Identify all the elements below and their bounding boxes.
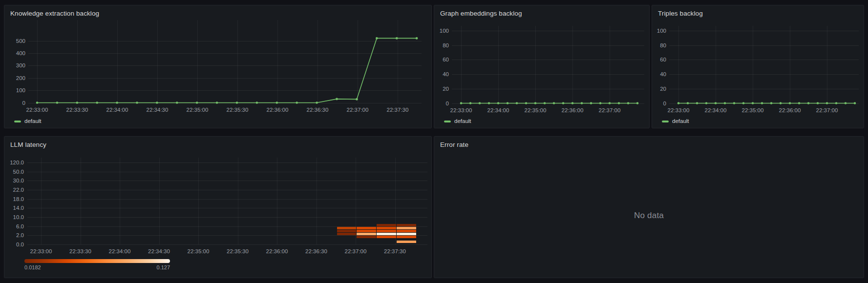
- data-point: [677, 102, 680, 104]
- data-point: [497, 102, 500, 104]
- data-point: [116, 101, 118, 104]
- x-gridline: [41, 158, 42, 244]
- data-point: [376, 37, 378, 40]
- data-point: [460, 102, 463, 104]
- data-point: [316, 101, 318, 104]
- x-tick-label: 22:33:00: [25, 248, 57, 255]
- data-point: [826, 102, 828, 104]
- no-data-message: No data: [434, 211, 864, 221]
- x-gridline: [81, 158, 81, 244]
- data-point: [507, 102, 509, 104]
- panel-llm-latency: LLM latency 0.0182 0.127 120.050.030.022…: [4, 136, 432, 278]
- data-point: [789, 102, 791, 104]
- data-point: [276, 101, 278, 104]
- heatmap-color-scale: [24, 259, 170, 263]
- data-point: [196, 101, 198, 104]
- data-point: [544, 102, 546, 104]
- heatmap-cell: [357, 230, 376, 232]
- y-gridline: [27, 162, 427, 163]
- y-tick-label: 30.0: [4, 177, 24, 184]
- x-tick-label: 22:37:30: [379, 248, 411, 255]
- y-tick-label: 18.0: [4, 196, 24, 202]
- data-point: [798, 102, 801, 104]
- data-point: [724, 102, 726, 104]
- data-point: [687, 102, 689, 104]
- data-point: [705, 102, 708, 104]
- data-point: [562, 102, 565, 104]
- x-tick-label: 22:36:00: [261, 248, 293, 255]
- y-gridline: [27, 190, 427, 190]
- y-gridline: [27, 181, 427, 181]
- data-point: [525, 102, 528, 104]
- y-gridline: [27, 244, 427, 245]
- heatmap-cell: [357, 236, 376, 238]
- data-point: [136, 101, 138, 104]
- heatmap-cell: [357, 227, 376, 229]
- x-tick-label: 22:34:30: [143, 248, 175, 255]
- y-tick-label: 2.0: [4, 232, 24, 239]
- data-point: [752, 102, 754, 104]
- heatmap-cell: [377, 230, 396, 232]
- y-tick-label: 0.0: [4, 241, 24, 248]
- data-point: [780, 102, 782, 104]
- data-point: [96, 101, 98, 104]
- data-point: [479, 102, 481, 104]
- data-point: [696, 102, 699, 104]
- data-point: [742, 102, 745, 104]
- y-tick-label: 6.0: [4, 223, 24, 230]
- heatmap-cell: [337, 227, 357, 229]
- data-point: [618, 102, 620, 104]
- data-point: [176, 101, 178, 104]
- x-gridline: [120, 158, 120, 244]
- time-series-line: [4, 5, 431, 128]
- data-point: [761, 102, 763, 104]
- x-tick-label: 22:35:30: [222, 248, 254, 255]
- panel-triples-backlog: Triples backlog default 10080604020022:3…: [652, 5, 864, 128]
- panel-error-rate: Error rate No data: [434, 136, 864, 278]
- data-point: [599, 102, 602, 104]
- y-tick-label: 120.0: [4, 159, 24, 166]
- data-point: [609, 102, 611, 104]
- x-tick-label: 22:34:00: [104, 248, 136, 255]
- heatmap-cell: [397, 236, 416, 238]
- data-point: [854, 102, 856, 104]
- x-gridline: [317, 158, 317, 244]
- data-point: [256, 101, 258, 104]
- y-tick-label: 14.0: [4, 204, 24, 211]
- data-point: [553, 102, 555, 104]
- data-point: [807, 102, 810, 104]
- data-point: [534, 102, 537, 104]
- grafana-dashboard: Knowledge extraction backlog default 500…: [0, 0, 868, 283]
- heatmap-cell: [357, 233, 376, 235]
- data-point: [469, 102, 472, 104]
- data-point: [516, 102, 518, 104]
- time-series-line: [652, 5, 864, 128]
- data-point: [590, 102, 593, 104]
- x-tick-label: 22:33:30: [64, 248, 97, 255]
- heatmap-cell: [337, 233, 357, 235]
- heatmap-cell: [397, 224, 416, 226]
- data-point: [56, 101, 59, 104]
- y-gridline: [27, 199, 427, 200]
- y-tick-label: 50.0: [4, 168, 24, 175]
- y-tick-label: 22.0: [4, 186, 24, 193]
- data-point: [817, 102, 819, 104]
- heatmap-cell: [377, 236, 396, 238]
- data-point: [627, 102, 630, 104]
- x-gridline: [159, 158, 160, 244]
- data-point: [76, 101, 79, 104]
- heatmap-cell: [377, 224, 396, 226]
- panel-title[interactable]: Error rate: [440, 141, 468, 148]
- data-point: [356, 98, 358, 101]
- color-scale-max-label: 0.127: [121, 264, 170, 270]
- data-point: [36, 101, 39, 104]
- data-point: [845, 102, 847, 104]
- heatmap-cell: [397, 241, 416, 243]
- data-point: [572, 102, 574, 104]
- y-gridline: [27, 217, 427, 218]
- panel-title[interactable]: LLM latency: [10, 141, 46, 148]
- data-point: [416, 37, 418, 40]
- x-gridline: [198, 158, 199, 244]
- data-point: [636, 102, 639, 104]
- x-tick-label: 22:37:00: [339, 248, 372, 255]
